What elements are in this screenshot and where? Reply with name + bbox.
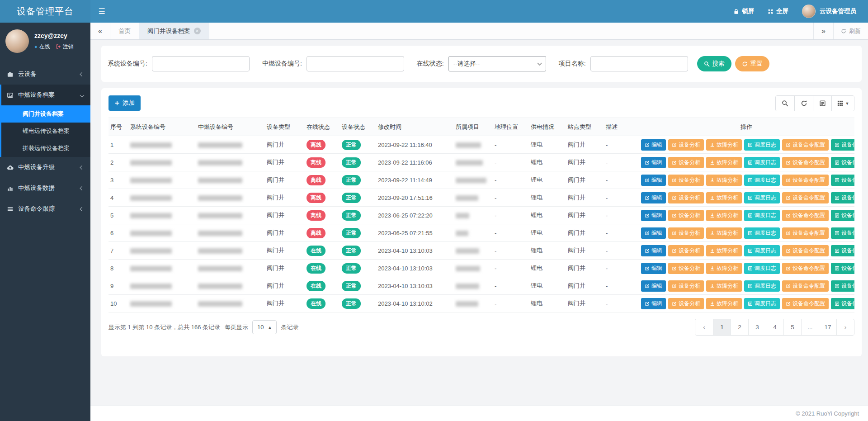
page-ellipsis[interactable]: ... — [801, 319, 819, 335]
device-command-config-button[interactable]: 设备命令配置 — [782, 139, 829, 151]
fault-analysis-button[interactable]: 故障分析 — [706, 157, 742, 168]
device-command-config-button[interactable]: 设备命令配置 — [782, 192, 829, 203]
online-state-select[interactable]: --请选择-- — [448, 56, 546, 71]
sidebar-item-command-track[interactable]: 设备命令跟踪 — [0, 199, 90, 219]
toolbar-columns-button[interactable]: ▼ — [831, 96, 854, 111]
edit-button[interactable]: 编辑 — [641, 157, 666, 168]
dispatch-log-button[interactable]: 调度日志 — [744, 175, 780, 186]
device-analysis-button[interactable]: 设备分析 — [668, 175, 704, 186]
fault-analysis-button[interactable]: 故障分析 — [706, 280, 742, 292]
device-command-config-button[interactable]: 设备命令配置 — [782, 280, 829, 292]
dispatch-log-button[interactable]: 调度日志 — [744, 139, 780, 151]
dispatch-log-button[interactable]: 调度日志 — [744, 245, 780, 256]
device-info-button[interactable]: 设备信息 — [831, 298, 854, 309]
fullscreen-button[interactable]: 全屏 — [768, 7, 788, 15]
fault-analysis-button[interactable]: 故障分析 — [706, 298, 742, 309]
zr-code-input[interactable] — [307, 56, 404, 71]
edit-button[interactable]: 编辑 — [641, 192, 666, 203]
device-analysis-button[interactable]: 设备分析 — [668, 227, 704, 239]
edit-button[interactable]: 编辑 — [641, 298, 666, 309]
search-button[interactable]: 搜索 — [697, 56, 731, 71]
device-info-button[interactable]: 设备信息 — [831, 210, 854, 221]
device-command-config-button[interactable]: 设备命令配置 — [782, 298, 829, 309]
fault-analysis-button[interactable]: 故障分析 — [706, 227, 742, 239]
toolbar-refresh-button[interactable] — [794, 96, 813, 111]
tab-home[interactable]: 首页 — [110, 23, 139, 39]
page-button[interactable]: 5 — [783, 319, 801, 335]
refresh-tab-button[interactable]: 刷新 — [833, 23, 868, 39]
page-size-select[interactable]: 10 ▲ — [252, 320, 277, 334]
device-info-button[interactable]: 设备信息 — [831, 263, 854, 274]
device-command-config-button[interactable]: 设备命令配置 — [782, 263, 829, 274]
system-code-input[interactable] — [152, 56, 250, 71]
sidebar-item-valve-well-archive[interactable]: 阀门井设备档案 — [1, 105, 90, 123]
page-button[interactable]: 1 — [713, 319, 731, 335]
dispatch-log-button[interactable]: 调度日志 — [744, 192, 780, 203]
device-analysis-button[interactable]: 设备分析 — [668, 245, 704, 256]
tabs-scroll-right-button[interactable]: » — [813, 23, 833, 39]
page-button[interactable]: 2 — [731, 319, 748, 335]
device-command-config-button[interactable]: 设备命令配置 — [782, 227, 829, 239]
fault-analysis-button[interactable]: 故障分析 — [706, 175, 742, 186]
edit-button[interactable]: 编辑 — [641, 139, 666, 151]
tab-valve-well-archive[interactable]: 阀门井设备档案 × — [139, 23, 209, 39]
device-info-button[interactable]: 设备信息 — [831, 245, 854, 256]
sidebar-item-device-data[interactable]: 中燃设备数据 — [0, 178, 90, 199]
dispatch-log-button[interactable]: 调度日志 — [744, 263, 780, 274]
fault-analysis-button[interactable]: 故障分析 — [706, 192, 742, 203]
device-analysis-button[interactable]: 设备分析 — [668, 263, 704, 274]
sidebar-item-cloud-device[interactable]: 云设备 — [0, 64, 90, 85]
edit-button[interactable]: 编辑 — [641, 263, 666, 274]
device-analysis-button[interactable]: 设备分析 — [668, 139, 704, 151]
device-command-config-button[interactable]: 设备命令配置 — [782, 245, 829, 256]
device-command-config-button[interactable]: 设备命令配置 — [782, 157, 829, 168]
tabs-scroll-left-button[interactable]: « — [90, 23, 110, 39]
edit-button[interactable]: 编辑 — [641, 280, 666, 292]
device-info-button[interactable]: 设备信息 — [831, 139, 854, 151]
device-analysis-button[interactable]: 设备分析 — [668, 280, 704, 292]
toolbar-search-button[interactable] — [776, 96, 794, 111]
device-analysis-button[interactable]: 设备分析 — [668, 210, 704, 221]
edit-button[interactable]: 编辑 — [641, 227, 666, 239]
user-menu[interactable]: 云设备管理员 — [802, 5, 856, 18]
dispatch-log-button[interactable]: 调度日志 — [744, 210, 780, 221]
device-analysis-button[interactable]: 设备分析 — [668, 157, 704, 168]
dispatch-log-button[interactable]: 调度日志 — [744, 280, 780, 292]
page-button[interactable]: 4 — [766, 319, 783, 335]
device-analysis-button[interactable]: 设备分析 — [668, 192, 704, 203]
edit-button[interactable]: 编辑 — [641, 245, 666, 256]
device-info-button[interactable]: 设备信息 — [831, 227, 854, 239]
fault-analysis-button[interactable]: 故障分析 — [706, 263, 742, 274]
toolbar-detail-view-button[interactable] — [813, 96, 831, 111]
logout-link[interactable]: 注销 — [56, 43, 74, 51]
close-icon[interactable]: × — [194, 28, 201, 34]
sidebar-toggle-button[interactable]: ☰ — [90, 0, 113, 23]
sidebar-item-zr-archive[interactable]: 中燃设备档案 — [1, 85, 90, 105]
page-button[interactable]: 3 — [748, 319, 766, 335]
add-button[interactable]: 添加 — [108, 95, 141, 111]
previous-page-button[interactable]: ‹ — [695, 319, 713, 335]
device-info-button[interactable]: 设备信息 — [831, 175, 854, 186]
device-info-button[interactable]: 设备信息 — [831, 192, 854, 203]
page-button[interactable]: 17 — [819, 319, 836, 335]
edit-button[interactable]: 编辑 — [641, 210, 666, 221]
device-command-config-button[interactable]: 设备命令配置 — [782, 175, 829, 186]
sidebar-item-assembled-remote-archive[interactable]: 拼装远传设备档案 — [1, 140, 90, 157]
dispatch-log-button[interactable]: 调度日志 — [744, 227, 780, 239]
sidebar-item-device-upgrade[interactable]: 中燃设备升级 — [0, 157, 90, 178]
edit-button[interactable]: 编辑 — [641, 175, 666, 186]
next-page-button[interactable]: › — [836, 319, 854, 335]
device-command-config-button[interactable]: 设备命令配置 — [782, 210, 829, 221]
fault-analysis-button[interactable]: 故障分析 — [706, 210, 742, 221]
device-info-button[interactable]: 设备信息 — [831, 157, 854, 168]
dispatch-log-button[interactable]: 调度日志 — [744, 157, 780, 168]
fault-analysis-button[interactable]: 故障分析 — [706, 139, 742, 151]
lock-screen-button[interactable]: 锁屏 — [733, 7, 754, 15]
dispatch-log-button[interactable]: 调度日志 — [744, 298, 780, 309]
device-info-button[interactable]: 设备信息 — [831, 280, 854, 292]
device-analysis-button[interactable]: 设备分析 — [668, 298, 704, 309]
project-name-input[interactable] — [590, 56, 688, 71]
fault-analysis-button[interactable]: 故障分析 — [706, 245, 742, 256]
reset-button[interactable]: 重置 — [735, 56, 769, 71]
sidebar-item-lithium-remote-archive[interactable]: 锂电远传设备档案 — [1, 123, 90, 140]
